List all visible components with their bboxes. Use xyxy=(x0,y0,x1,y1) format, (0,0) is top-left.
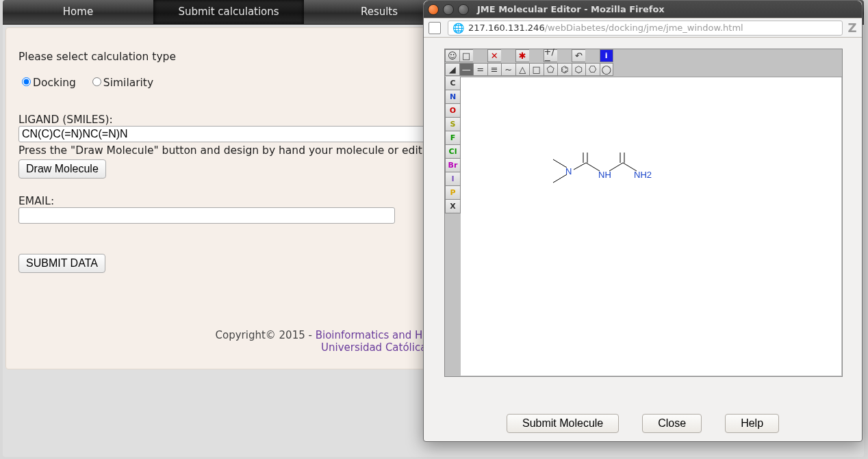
window-maximize-icon[interactable] xyxy=(458,4,469,15)
site-identity-icon[interactable] xyxy=(429,22,441,34)
radio-docking-text: Docking xyxy=(33,77,76,89)
popup-button-row: Submit Molecule Close Help xyxy=(424,414,862,433)
delete-icon[interactable]: ✕ xyxy=(487,49,502,62)
window-minimize-icon[interactable] xyxy=(443,4,454,15)
element-C[interactable]: C xyxy=(445,77,461,90)
submit-data-button[interactable]: SUBMIT DATA xyxy=(18,254,105,273)
delete-group-icon[interactable]: ✱ xyxy=(515,49,530,62)
copyright-text: Copyright© 2015 - xyxy=(216,329,316,341)
svg-line-6 xyxy=(609,163,623,171)
url-input[interactable]: 🌐 217.160.131.246/webDiabetes/docking/jm… xyxy=(448,21,843,36)
element-I[interactable]: I xyxy=(445,172,461,186)
tool-gap4 xyxy=(557,49,572,62)
stereo-bond-icon[interactable]: ◢ xyxy=(445,63,459,76)
triple-bond-icon[interactable]: ≡ xyxy=(487,63,502,76)
charge-icon[interactable]: +/− xyxy=(544,49,558,62)
ring4-icon[interactable]: □ xyxy=(529,63,544,76)
element-Cl[interactable]: Cl xyxy=(445,145,461,159)
browser-addressbar: 🌐 217.160.131.246/webDiabetes/docking/jm… xyxy=(424,18,862,38)
chain-icon[interactable]: ~ xyxy=(501,63,515,76)
jme-canvas[interactable]: N NH NH2 xyxy=(461,77,841,376)
tool-gap2 xyxy=(501,49,515,62)
url-path: /webDiabetes/docking/jme/jme_window.html xyxy=(545,23,743,33)
double-bond-icon[interactable]: = xyxy=(473,63,487,76)
atom-label-NH: NH xyxy=(598,170,611,180)
tab-submit-calculations[interactable]: Submit calculations xyxy=(153,0,304,24)
ring7-icon[interactable]: ⎔ xyxy=(585,63,600,76)
radio-docking[interactable] xyxy=(22,77,31,86)
radio-similarity[interactable] xyxy=(92,77,101,86)
tool-gap3 xyxy=(529,49,544,62)
ring8-icon[interactable]: ◯ xyxy=(600,63,614,76)
element-N[interactable]: N xyxy=(445,90,461,104)
jme-element-column: C N O S F Cl Br I P X xyxy=(445,77,460,213)
element-S[interactable]: S xyxy=(445,118,461,131)
single-bond-icon[interactable]: — xyxy=(459,63,474,76)
atom-label-NH2: NH2 xyxy=(634,170,652,180)
clear-icon[interactable]: □ xyxy=(459,49,474,62)
window-close-icon[interactable] xyxy=(428,4,439,15)
info-icon[interactable]: i xyxy=(600,49,614,62)
zotero-icon[interactable]: Z xyxy=(845,21,859,35)
element-F[interactable]: F xyxy=(445,131,461,145)
tab-home[interactable]: Home xyxy=(3,0,153,24)
ring6-icon[interactable]: ⬡ xyxy=(572,63,586,76)
tool-gap5 xyxy=(585,49,600,62)
element-Br[interactable]: Br xyxy=(445,159,461,172)
draw-molecule-button[interactable]: Draw Molecule xyxy=(18,159,106,179)
jme-popup-window: JME Molecular Editor - Mozilla Firefox 🌐… xyxy=(423,0,863,442)
window-titlebar[interactable]: JME Molecular Editor - Mozilla Firefox xyxy=(424,1,862,18)
close-button[interactable]: Close xyxy=(642,414,702,433)
element-O[interactable]: O xyxy=(445,104,461,118)
ring3-icon[interactable]: △ xyxy=(515,63,530,76)
radio-docking-label[interactable]: Docking xyxy=(18,77,76,89)
email-input[interactable] xyxy=(18,207,395,224)
svg-line-1 xyxy=(553,174,567,183)
smiley-icon[interactable]: ☺ xyxy=(445,49,459,62)
element-P[interactable]: P xyxy=(445,186,461,200)
submit-molecule-button[interactable]: Submit Molecule xyxy=(507,414,619,433)
help-button[interactable]: Help xyxy=(725,414,779,433)
radio-similarity-text: Similarity xyxy=(103,77,153,89)
molecule-drawing: N NH NH2 xyxy=(553,153,669,202)
window-title: JME Molecular Editor - Mozilla Firefox xyxy=(477,4,665,14)
benzene-icon[interactable]: ⌬ xyxy=(557,63,572,76)
svg-line-2 xyxy=(574,163,586,170)
url-host: 217.160.131.246 xyxy=(468,23,545,33)
ring5-icon[interactable]: ⬠ xyxy=(544,63,558,76)
svg-line-0 xyxy=(553,159,567,168)
element-X[interactable]: X xyxy=(445,200,461,213)
atom-label-N: N xyxy=(565,166,572,176)
radio-similarity-label[interactable]: Similarity xyxy=(89,77,153,89)
jme-toolbar: ☺ □ ✕ ✱ +/− ↶ i ◢ — = ≡ ~ △ □ xyxy=(445,49,842,77)
globe-icon: 🌐 xyxy=(452,23,464,34)
svg-line-5 xyxy=(586,163,600,171)
jme-applet: ☺ □ ✕ ✱ +/− ↶ i ◢ — = ≡ ~ △ □ xyxy=(444,49,843,377)
undo-icon[interactable]: ↶ xyxy=(572,49,586,62)
tool-gap1 xyxy=(473,49,487,62)
